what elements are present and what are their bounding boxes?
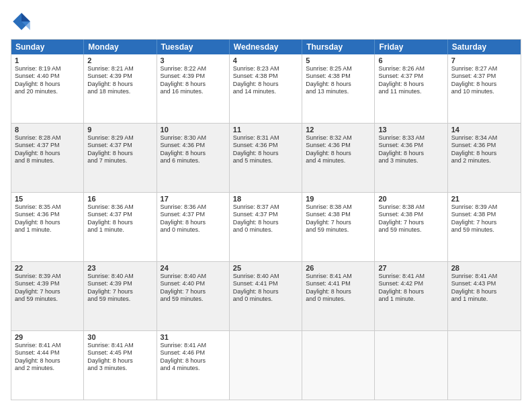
day-info-line-4: and 1 minute.	[378, 295, 443, 303]
day-info-line-3: Daylight: 8 hours	[378, 81, 443, 88]
day-info-line-1: Sunrise: 8:28 AM	[15, 134, 80, 142]
day-number: 18	[233, 195, 298, 203]
day-info-line-2: Sunset: 4:36 PM	[306, 142, 371, 149]
day-info-line-1: Sunrise: 8:41 AM	[15, 342, 80, 349]
day-number: 19	[306, 195, 371, 203]
day-info-line-3: Daylight: 8 hours	[451, 288, 517, 295]
day-number: 14	[451, 126, 517, 134]
day-cell-10: 10Sunrise: 8:30 AMSunset: 4:36 PMDayligh…	[157, 124, 230, 192]
day-info-line-3: Daylight: 8 hours	[87, 357, 152, 365]
day-info-line-4: and 6 minutes.	[161, 157, 226, 165]
day-info-line-4: and 59 minutes.	[87, 295, 152, 303]
day-info-line-1: Sunrise: 8:35 AM	[15, 203, 80, 211]
day-info-line-2: Sunset: 4:44 PM	[15, 349, 80, 357]
day-number: 3	[161, 56, 226, 64]
day-info-line-2: Sunset: 4:40 PM	[15, 73, 80, 80]
day-number: 6	[378, 56, 443, 64]
day-cell-9: 9Sunrise: 8:29 AMSunset: 4:37 PMDaylight…	[84, 124, 157, 192]
day-number: 30	[87, 333, 152, 341]
day-info-line-2: Sunset: 4:41 PM	[233, 280, 298, 287]
day-cell-23: 23Sunrise: 8:40 AMSunset: 4:39 PMDayligh…	[84, 262, 157, 330]
day-number: 4	[233, 56, 298, 64]
day-info-line-1: Sunrise: 8:40 AM	[87, 273, 152, 280]
day-cell-30: 30Sunrise: 8:41 AMSunset: 4:45 PMDayligh…	[84, 331, 157, 400]
day-info-line-4: and 13 minutes.	[306, 88, 371, 95]
day-cell-21: 21Sunrise: 8:39 AMSunset: 4:38 PMDayligh…	[448, 193, 521, 261]
day-cell-17: 17Sunrise: 8:36 AMSunset: 4:37 PMDayligh…	[157, 193, 230, 261]
logo	[11, 11, 35, 32]
day-info-line-4: and 3 minutes.	[87, 365, 152, 372]
day-info-line-4: and 5 minutes.	[233, 157, 298, 165]
day-info-line-3: Daylight: 7 hours	[451, 219, 517, 226]
day-cell-8: 8Sunrise: 8:28 AMSunset: 4:37 PMDaylight…	[11, 124, 84, 192]
day-number: 16	[87, 195, 152, 203]
page: SundayMondayTuesdayWednesdayThursdayFrid…	[0, 0, 532, 411]
day-info-line-3: Daylight: 8 hours	[378, 150, 443, 157]
day-info-line-3: Daylight: 8 hours	[161, 219, 226, 226]
day-info-line-1: Sunrise: 8:33 AM	[378, 134, 443, 142]
day-cell-19: 19Sunrise: 8:38 AMSunset: 4:38 PMDayligh…	[302, 193, 375, 261]
day-cell-31: 31Sunrise: 8:41 AMSunset: 4:46 PMDayligh…	[157, 331, 230, 400]
day-number: 17	[161, 195, 226, 203]
day-cell-28: 28Sunrise: 8:41 AMSunset: 4:43 PMDayligh…	[448, 262, 521, 330]
day-cell-12: 12Sunrise: 8:32 AMSunset: 4:36 PMDayligh…	[302, 124, 375, 192]
day-cell-15: 15Sunrise: 8:35 AMSunset: 4:36 PMDayligh…	[11, 193, 84, 261]
day-number: 2	[87, 56, 152, 64]
day-number: 25	[233, 264, 298, 272]
weekday-header-sunday: Sunday	[11, 40, 84, 54]
day-info-line-3: Daylight: 8 hours	[15, 357, 80, 365]
day-info-line-4: and 4 minutes.	[306, 157, 371, 165]
empty-cell	[302, 331, 375, 400]
day-number: 26	[306, 264, 371, 272]
day-cell-24: 24Sunrise: 8:40 AMSunset: 4:40 PMDayligh…	[157, 262, 230, 330]
day-info-line-4: and 8 minutes.	[15, 157, 80, 165]
day-info-line-1: Sunrise: 8:26 AM	[378, 65, 443, 73]
day-number: 5	[306, 56, 371, 64]
day-cell-26: 26Sunrise: 8:41 AMSunset: 4:41 PMDayligh…	[302, 262, 375, 330]
day-info-line-4: and 1 minute.	[87, 226, 152, 234]
day-info-line-4: and 59 minutes.	[451, 226, 517, 234]
day-info-line-3: Daylight: 8 hours	[87, 150, 152, 157]
day-cell-5: 5Sunrise: 8:25 AMSunset: 4:38 PMDaylight…	[302, 54, 375, 123]
day-cell-25: 25Sunrise: 8:40 AMSunset: 4:41 PMDayligh…	[230, 262, 302, 330]
day-info-line-2: Sunset: 4:46 PM	[161, 349, 226, 357]
day-info-line-4: and 59 minutes.	[306, 226, 371, 234]
day-number: 27	[378, 264, 443, 272]
day-info-line-3: Daylight: 8 hours	[15, 81, 80, 88]
day-info-line-2: Sunset: 4:38 PM	[306, 211, 371, 218]
day-info-line-3: Daylight: 8 hours	[233, 150, 298, 157]
day-cell-3: 3Sunrise: 8:22 AMSunset: 4:39 PMDaylight…	[157, 54, 230, 123]
day-info-line-3: Daylight: 8 hours	[15, 219, 80, 226]
day-cell-2: 2Sunrise: 8:21 AMSunset: 4:39 PMDaylight…	[84, 54, 157, 123]
day-info-line-4: and 14 minutes.	[233, 88, 298, 95]
day-info-line-2: Sunset: 4:39 PM	[87, 73, 152, 80]
day-info-line-3: Daylight: 8 hours	[451, 81, 517, 88]
calendar: SundayMondayTuesdayWednesdayThursdayFrid…	[11, 39, 521, 400]
day-info-line-1: Sunrise: 8:41 AM	[87, 342, 152, 349]
day-info-line-1: Sunrise: 8:39 AM	[15, 273, 80, 280]
day-info-line-2: Sunset: 4:36 PM	[15, 211, 80, 218]
day-info-line-4: and 0 minutes.	[306, 295, 371, 303]
day-info-line-3: Daylight: 8 hours	[87, 81, 152, 88]
day-info-line-1: Sunrise: 8:29 AM	[87, 134, 152, 142]
day-info-line-4: and 0 minutes.	[233, 226, 298, 234]
day-info-line-3: Daylight: 8 hours	[306, 150, 371, 157]
day-info-line-4: and 59 minutes.	[161, 295, 226, 303]
day-info-line-2: Sunset: 4:38 PM	[451, 211, 517, 218]
day-info-line-4: and 10 minutes.	[451, 88, 517, 95]
empty-cell	[448, 331, 521, 400]
calendar-week-1: 1Sunrise: 8:19 AMSunset: 4:40 PMDaylight…	[11, 54, 521, 124]
weekday-header-friday: Friday	[375, 40, 447, 54]
day-number: 1	[15, 56, 80, 64]
day-info-line-1: Sunrise: 8:41 AM	[378, 273, 443, 280]
logo-icon	[11, 11, 32, 32]
day-info-line-3: Daylight: 7 hours	[15, 288, 80, 295]
day-info-line-4: and 59 minutes.	[378, 226, 443, 234]
day-info-line-3: Daylight: 7 hours	[378, 219, 443, 226]
day-info-line-3: Daylight: 8 hours	[161, 357, 226, 365]
day-info-line-4: and 0 minutes.	[233, 295, 298, 303]
day-number: 15	[15, 195, 80, 203]
day-info-line-3: Daylight: 8 hours	[233, 288, 298, 295]
day-info-line-1: Sunrise: 8:19 AM	[15, 65, 80, 73]
day-cell-22: 22Sunrise: 8:39 AMSunset: 4:39 PMDayligh…	[11, 262, 84, 330]
